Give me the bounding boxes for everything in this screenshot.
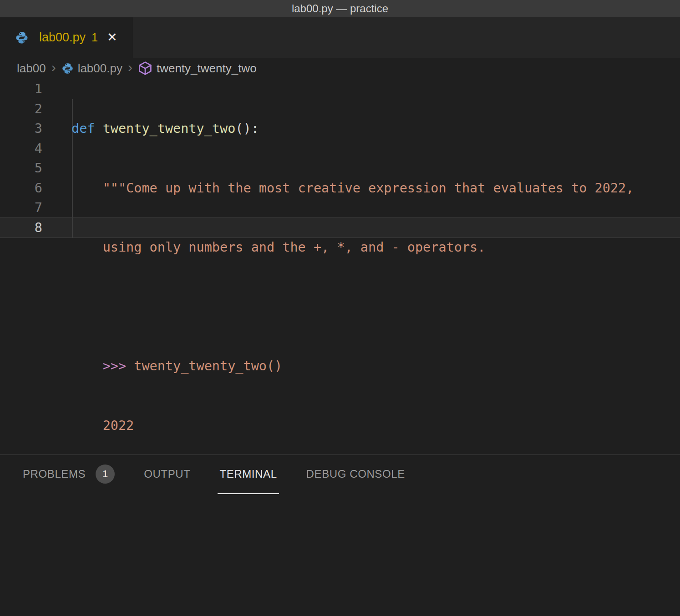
tab-filename: lab00.py bbox=[39, 30, 86, 45]
line-number: 3 bbox=[0, 119, 42, 139]
token-docstring: """Come up with the most creative expres… bbox=[103, 181, 634, 196]
line-number: 5 bbox=[0, 158, 42, 178]
line-number-active: 8 bbox=[0, 218, 42, 238]
code-line-5[interactable]: >>> twenty_twenty_two() bbox=[71, 356, 680, 376]
token-doctest-prompt: >>> bbox=[103, 358, 134, 374]
tab-output[interactable]: OUTPUT bbox=[142, 455, 192, 494]
code-line-2[interactable]: """Come up with the most creative expres… bbox=[71, 178, 680, 198]
symbol-module-cube-icon bbox=[138, 61, 152, 76]
line-number: 2 bbox=[0, 99, 42, 119]
token-docstring: using only numbers and the +, *, and - o… bbox=[103, 240, 486, 255]
problems-label: PROBLEMS bbox=[23, 468, 86, 480]
line-number: 1 bbox=[0, 79, 42, 99]
line-number: 6 bbox=[0, 178, 42, 198]
line-number: 7 bbox=[0, 198, 42, 218]
window-title: lab00.py — practice bbox=[292, 2, 388, 15]
editor-tab-bar: lab00.py 1 ✕ bbox=[0, 17, 680, 58]
output-label: OUTPUT bbox=[144, 468, 190, 480]
debug-console-label: DEBUG CONSOLE bbox=[306, 468, 405, 480]
problems-count-badge: 1 bbox=[96, 465, 115, 484]
breadcrumb-item-lab00[interactable]: lab00 bbox=[17, 61, 46, 76]
token-doctest-call: twenty_twenty_two() bbox=[134, 358, 282, 374]
token-def-keyword: def bbox=[71, 121, 103, 136]
code-editor[interactable]: 1 2 3 4 5 6 7 8 def twenty_twenty_two():… bbox=[0, 79, 680, 454]
token-punctuation: (): bbox=[235, 121, 259, 136]
title-bar: lab00.py — practice bbox=[0, 0, 680, 17]
breadcrumb: lab00 › lab00.py › twenty_twenty_two bbox=[0, 58, 680, 79]
panel-tab-bar: PROBLEMS 1 OUTPUT TERMINAL DEBUG CONSOLE bbox=[0, 455, 680, 494]
python-file-icon bbox=[15, 31, 29, 45]
code-line-1[interactable]: def twenty_twenty_two(): bbox=[71, 119, 680, 139]
vscode-window: lab00.py — practice lab00.py 1 ✕ lab00 ›… bbox=[0, 0, 680, 616]
token-function-name: twenty_twenty_two bbox=[103, 121, 236, 136]
token-doctest-output: 2022 bbox=[103, 418, 134, 433]
bottom-panel: PROBLEMS 1 OUTPUT TERMINAL DEBUG CONSOLE… bbox=[0, 454, 680, 616]
code-line-3[interactable]: using only numbers and the +, *, and - o… bbox=[71, 237, 680, 258]
tab-debug-console[interactable]: DEBUG CONSOLE bbox=[304, 455, 407, 494]
tab-problems[interactable]: PROBLEMS 1 bbox=[21, 455, 117, 494]
code-line-6[interactable]: 2022 bbox=[71, 416, 680, 436]
tab-terminal[interactable]: TERMINAL bbox=[218, 455, 279, 494]
tab-warning-count: 1 bbox=[91, 31, 98, 44]
breadcrumb-item-lab00-py[interactable]: lab00.py bbox=[78, 61, 122, 76]
line-number: 4 bbox=[0, 139, 42, 159]
close-icon[interactable]: ✕ bbox=[107, 31, 117, 44]
terminal-label: TERMINAL bbox=[219, 468, 277, 480]
chevron-right-icon: › bbox=[51, 61, 56, 76]
chevron-right-icon: › bbox=[128, 61, 132, 76]
code-line-4[interactable] bbox=[71, 297, 680, 317]
python-file-icon bbox=[61, 62, 74, 75]
line-number-gutter[interactable]: 1 2 3 4 5 6 7 8 bbox=[0, 79, 42, 237]
breadcrumb-item-symbol[interactable]: twenty_twenty_two bbox=[157, 61, 257, 76]
tab-lab00-py[interactable]: lab00.py 1 ✕ bbox=[0, 17, 133, 58]
